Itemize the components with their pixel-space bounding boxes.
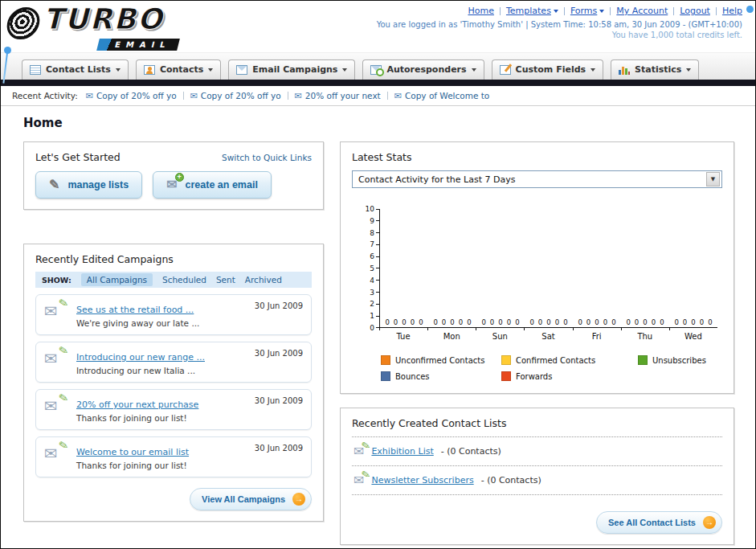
login-info: You are logged in as 'Timothy Smith' | S…	[377, 20, 742, 29]
nav-templates[interactable]: Templates	[506, 6, 558, 16]
campaign-row: ✉ ✎ Introducing our new range ... Introd…	[35, 342, 312, 383]
chart-value: 0	[419, 318, 423, 326]
recent-activity-item[interactable]: ✉ 20% off your next	[295, 91, 381, 100]
show-label: SHOW:	[42, 276, 72, 285]
chart-value: 0	[481, 318, 485, 326]
pencil-icon: ✎	[49, 177, 59, 192]
chart-value-group: 00000	[428, 318, 476, 326]
campaign-row: ✉ ✎ See us at the retail food ... We're …	[35, 294, 312, 335]
filter-all-campaigns[interactable]: All Campaigns	[81, 273, 153, 286]
tab-contacts[interactable]: Contacts	[136, 59, 221, 80]
switch-quick-links[interactable]: Switch to Quick Links	[222, 153, 312, 162]
manage-lists-button[interactable]: ✎ manage lists	[35, 171, 142, 199]
top-nav: Home Templates Forms My Account Logout H…	[377, 6, 742, 16]
campaign-title-link[interactable]: 20% off your next purchase	[76, 399, 198, 410]
chevron-down-icon: ▼	[706, 172, 720, 186]
email-campaigns-icon	[236, 65, 247, 75]
see-all-contact-lists-button[interactable]: See All Contact Lists →	[596, 511, 722, 534]
chart-value: 0	[555, 318, 559, 326]
contact-activity-chart: 109876543210 000000000000000000000000000…	[362, 209, 717, 341]
contact-list-link[interactable]: Exhibition List	[371, 446, 433, 457]
chart-value-group: 00000	[525, 318, 573, 326]
contact-list-link[interactable]: Newsletter Subscribers	[371, 475, 473, 485]
recent-activity-item-label: Copy of Welcome to	[405, 91, 489, 100]
recent-activity-item[interactable]: ✉ Copy of 20% off yo	[86, 91, 177, 100]
campaign-row: ✉ ✎ 20% off your next purchase Thanks fo…	[35, 389, 312, 430]
nav-home[interactable]: Home	[468, 6, 493, 16]
campaign-title-link[interactable]: Welcome to our email list	[76, 447, 189, 457]
chart-value: 0	[467, 318, 471, 326]
turbo-email-logo[interactable]: TURBO EMAIL	[7, 3, 178, 51]
tab-statistics[interactable]: Statistics	[611, 59, 699, 80]
divider	[387, 92, 388, 100]
chart-value: 0	[394, 318, 398, 326]
chart-value: 0	[433, 318, 437, 326]
campaign-subtitle: Thanks for joining our list!	[76, 413, 247, 423]
arrow-right-icon: →	[703, 516, 716, 529]
contact-list-detail: - (0 Contacts)	[481, 475, 541, 485]
filter-sent[interactable]: Sent	[216, 275, 235, 285]
recent-campaigns-title: Recently Edited Campaigns	[35, 253, 312, 265]
tab-contact-lists-label: Contact Lists	[46, 64, 111, 75]
recent-contact-lists-title: Recently Created Contact Lists	[352, 417, 722, 437]
create-email-button[interactable]: ✉ + create an email	[153, 171, 272, 199]
campaign-row: ✉ ✎ Welcome to our email list Thanks for…	[35, 436, 312, 477]
chart-value: 0	[595, 318, 599, 326]
tab-custom-fields[interactable]: Custom Fields	[492, 59, 604, 80]
stats-period-select[interactable]: Contact Activity for the Last 7 Days ▼	[352, 170, 722, 188]
legend-swatch	[501, 371, 511, 381]
nav-help[interactable]: Help	[722, 6, 742, 16]
envelope-icon: ✉	[190, 92, 198, 100]
chart-value-group: 00000	[621, 318, 669, 326]
latest-stats-panel: Latest Stats Contact Activity for the La…	[340, 141, 734, 394]
filter-scheduled[interactable]: Scheduled	[162, 275, 206, 285]
chart-value: 0	[538, 318, 542, 326]
chart-value: 0	[385, 318, 389, 326]
envelope-pencil-icon: ✉ ✎	[44, 348, 68, 366]
navy-divider-bar	[1, 80, 755, 86]
chart-value: 0	[563, 318, 567, 326]
credits-info: You have 1,000 total credits left.	[377, 31, 742, 39]
chevron-down-icon	[686, 68, 691, 72]
recent-activity-bar: Recent Activity: ✉ Copy of 20% off yo ✉ …	[1, 86, 755, 106]
filter-archived[interactable]: Archived	[245, 275, 282, 285]
recent-activity-item[interactable]: ✉ Copy of Welcome to	[394, 91, 490, 100]
tab-email-campaigns[interactable]: Email Campaigns	[228, 59, 355, 80]
x-axis-label: Tue	[379, 328, 427, 341]
nav-logout[interactable]: Logout	[680, 6, 710, 16]
recent-activity-item[interactable]: ✉ Copy of 20% off yo	[190, 91, 281, 100]
nav-my-account[interactable]: My Account	[616, 6, 668, 16]
autoresponders-icon	[370, 65, 382, 75]
nav-forms[interactable]: Forms	[570, 6, 604, 16]
chevron-down-icon	[599, 10, 604, 13]
nav-templates-label: Templates	[506, 6, 551, 16]
tab-contact-lists[interactable]: Contact Lists	[22, 59, 129, 80]
list-pencil-icon: ✉ ✎	[353, 444, 364, 459]
campaign-title-link[interactable]: See us at the retail food ...	[76, 305, 194, 315]
campaign-date: 30 Jun 2009	[255, 396, 303, 405]
chevron-down-icon	[208, 68, 213, 72]
tab-autoresponders[interactable]: Autoresponders	[362, 59, 484, 80]
get-started-panel: Let's Get Started Switch to Quick Links …	[23, 141, 324, 210]
tab-statistics-label: Statistics	[635, 64, 681, 75]
chevron-down-icon	[590, 68, 595, 72]
divider	[610, 7, 611, 15]
page-title: Home	[23, 116, 734, 130]
chart-value: 0	[635, 318, 639, 326]
view-all-campaigns-button[interactable]: View All Campaigns →	[190, 488, 312, 510]
logo-swirl-icon	[4, 7, 42, 39]
chart-value: 0	[700, 318, 704, 326]
divider	[288, 92, 288, 100]
campaign-title-link[interactable]: Introducing our new range ...	[76, 352, 205, 363]
chart-value: 0	[578, 318, 582, 326]
chart-x-labels: TueMonSunSatFriThuWed	[379, 328, 717, 341]
x-axis-label: Sun	[476, 328, 524, 341]
chart-value: 0	[402, 318, 406, 326]
chart-value: 0	[459, 318, 463, 326]
left-column: Let's Get Started Switch to Quick Links …	[23, 141, 324, 522]
contact-list-detail: - (0 Contacts)	[441, 446, 501, 457]
contact-lists-icon	[30, 65, 41, 75]
main-content: Home Let's Get Started Switch to Quick L…	[1, 106, 755, 545]
recent-activity-item-label: Copy of 20% off yo	[96, 91, 177, 100]
campaign-subtitle: Introducing our new Italia ...	[76, 366, 247, 375]
